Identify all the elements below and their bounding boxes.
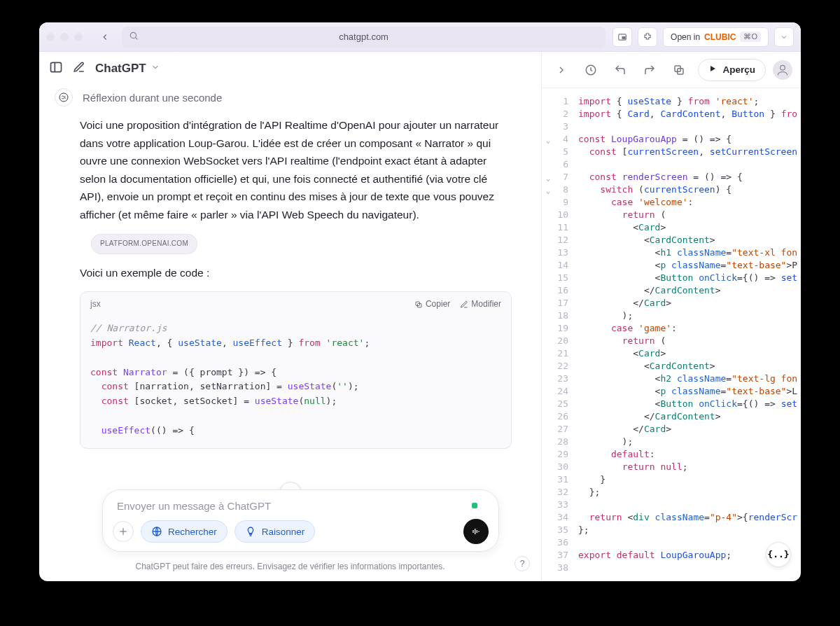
app-window: chatgpt.com Open in CLUBIC ⌘O [39,22,801,581]
code-intro: Voici un exemple de code : [80,264,512,282]
code-body[interactable]: // Narrator.js import React, { useState,… [80,317,511,447]
code-block: jsx Copier Modifier [80,291,512,448]
play-icon [708,64,717,75]
svg-rect-3 [622,36,625,39]
address-bar[interactable]: chatgpt.com [122,27,606,48]
reason-chip[interactable]: Raisonner [234,520,316,543]
svg-point-0 [130,32,136,38]
disclaimer-text: ChatGPT peut faire des erreurs. Envisage… [39,562,541,571]
sidebar-toggle-icon[interactable] [49,60,63,77]
canvas-pane: Aperçu 1234⌄567⌄8⌄9101112131415161718192… [542,52,801,581]
message-input[interactable] [113,499,489,519]
chat-header: ChatGPT [39,52,541,85]
pip-icon[interactable] [612,27,632,47]
line-gutter: 1234⌄567⌄8⌄91011121314151617181920212223… [542,88,574,581]
body-paragraph: Voici une proposition d'intégration de l… [80,116,512,223]
message-body: Voici une proposition d'intégration de l… [80,116,512,449]
redo-icon[interactable] [638,59,661,81]
status-indicator [472,503,477,508]
attach-button[interactable] [113,521,134,542]
search-chip[interactable]: Rechercher [141,520,227,543]
help-button[interactable]: ? [514,556,530,571]
svg-line-1 [136,38,138,40]
code-content[interactable]: import { useState } from 'react';import … [574,88,801,581]
canvas-header: Aperçu [542,52,801,88]
source-pill[interactable]: PLATFORM.OPENAI.COM [91,234,197,254]
assistant-message: Réflexion durant une seconde Voici une p… [80,88,512,449]
copy-icon[interactable] [668,59,690,81]
code-block-header: jsx Copier Modifier [80,292,511,317]
history-icon[interactable] [580,59,602,81]
code-editor[interactable]: 1234⌄567⌄8⌄91011121314151617181920212223… [542,88,801,581]
close-window-dot[interactable] [46,33,55,41]
window-controls [46,33,83,41]
assistant-avatar-icon [55,88,73,106]
thinking-text: Réflexion durant une seconde [83,92,222,104]
open-in-dropdown[interactable] [774,27,794,47]
svg-marker-19 [710,66,715,71]
undo-icon[interactable] [609,59,631,81]
open-in-button[interactable]: Open in CLUBIC ⌘O [663,27,769,47]
content-split: ChatGPT Réflexion durant une seconde [39,52,801,581]
model-switcher[interactable]: ChatGPT [95,62,160,76]
url-text: chatgpt.com [339,32,388,42]
copy-button[interactable]: Copier [414,298,450,312]
globe-icon [151,526,162,537]
svg-rect-4 [51,62,62,71]
code-lang: jsx [90,298,101,312]
minimize-window-dot[interactable] [60,33,69,41]
collapse-icon[interactable] [550,59,573,81]
search-icon [129,31,139,43]
svg-point-20 [780,65,785,70]
bulb-icon [245,526,256,537]
app-name: ChatGPT [95,62,146,76]
back-button[interactable] [95,27,115,47]
preview-button[interactable]: Aperçu [698,59,766,81]
open-in-prefix: Open in [671,32,700,42]
reason-chip-label: Raisonner [262,527,305,537]
edit-button[interactable]: Modifier [460,298,501,312]
open-in-shortcut: ⌘O [740,32,761,42]
voice-send-button[interactable] [463,519,489,544]
maximize-window-dot[interactable] [74,33,83,41]
preview-label: Aperçu [722,64,755,75]
new-chat-icon[interactable] [73,61,85,76]
chevron-down-icon [150,62,160,76]
titlebar-right: Open in CLUBIC ⌘O [612,27,794,47]
open-in-brand: CLUBIC [704,32,736,42]
composer: Rechercher Raisonner [102,489,499,552]
console-fab[interactable]: {..} [766,542,791,567]
titlebar: chatgpt.com Open in CLUBIC ⌘O [39,22,801,52]
search-chip-label: Rechercher [168,527,217,537]
chat-pane: ChatGPT Réflexion durant une seconde [39,52,542,581]
svg-point-6 [59,93,68,102]
user-avatar[interactable] [773,60,792,80]
extensions-icon[interactable] [638,27,657,47]
